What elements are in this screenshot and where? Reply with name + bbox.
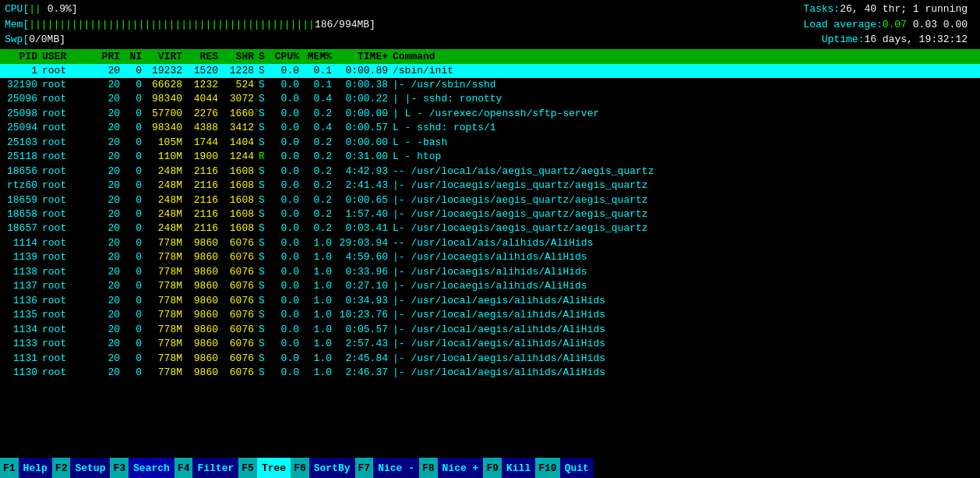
- cell-pri: 20: [97, 150, 125, 164]
- mem-label: Mem[: [5, 19, 29, 30]
- cell-pid: 1134: [5, 323, 42, 337]
- table-row[interactable]: 1138root200778M98606076S0.01.00:33.96|- …: [0, 265, 980, 279]
- cell-res: 9860: [187, 323, 223, 337]
- cell-virt: 778M: [146, 352, 187, 366]
- f7-label[interactable]: Nice -: [373, 458, 419, 478]
- f10-key[interactable]: F10: [535, 458, 559, 478]
- f10-label[interactable]: Quit: [560, 458, 594, 478]
- f9-key[interactable]: F9: [483, 458, 502, 478]
- header-section: CPU[|| 0.9%] Tasks:26, 40 thr; 1 running…: [0, 0, 980, 49]
- cell-cpu: 0.0: [271, 236, 304, 250]
- cell-s: S: [259, 250, 271, 264]
- f5-label[interactable]: Tree: [257, 458, 291, 478]
- table-row[interactable]: 1131root200778M98606076S0.01.02:45.84|- …: [0, 352, 980, 366]
- table-row[interactable]: 18656root200248M21161608S0.00.24:42.93--…: [0, 165, 980, 179]
- f2-label[interactable]: Setup: [70, 458, 110, 478]
- cpu-label: CPU[: [5, 3, 29, 15]
- table-row[interactable]: 1133root200778M98606076S0.01.02:57.43|- …: [0, 337, 980, 351]
- cell-user: root: [42, 92, 97, 106]
- table-row[interactable]: 32190root200666281232524S0.00.10:00.38|-…: [0, 78, 980, 92]
- col-ni-header: NI: [125, 51, 146, 62]
- table-row[interactable]: 1135root200778M98606076S0.01.010:23.76|-…: [0, 308, 980, 322]
- f8-key[interactable]: F8: [419, 458, 438, 478]
- table-row[interactable]: 25098root2005770022761660S0.00.20:00.00|…: [0, 107, 980, 121]
- table-row[interactable]: 25096root2009834040443072S0.00.40:00.22|…: [0, 92, 980, 106]
- f4-key[interactable]: F4: [174, 458, 193, 478]
- cell-ni: 0: [125, 337, 146, 351]
- cell-ni: 0: [125, 179, 146, 193]
- cell-cpu: 0.0: [271, 78, 304, 92]
- cell-cpu: 0.0: [271, 207, 304, 221]
- cell-time: 0:00.65: [337, 193, 393, 207]
- table-row[interactable]: 18657root200248M21161608S0.00.20:03.41L-…: [0, 221, 980, 235]
- cell-pid: 1139: [5, 250, 42, 264]
- table-row[interactable]: 1114root200778M98606076S0.01.029:03.94--…: [0, 236, 980, 250]
- f6-key[interactable]: F6: [291, 458, 309, 478]
- table-row[interactable]: 1130root200778M98606076S0.01.02:46.37|- …: [0, 366, 980, 380]
- cell-cpu: 0.0: [271, 250, 304, 264]
- col-s-header: S: [259, 51, 271, 62]
- table-row[interactable]: 25094root2009834043883412S0.00.40:00.57L…: [0, 121, 980, 135]
- table-row[interactable]: 18659root200248M21161608S0.00.20:00.65|-…: [0, 193, 980, 207]
- cell-time: 0:00.00: [337, 107, 393, 121]
- cell-virt: 778M: [146, 366, 187, 380]
- f4-label[interactable]: Filter: [192, 458, 238, 478]
- cell-pri: 20: [97, 294, 125, 308]
- cell-mem: 1.0: [304, 366, 337, 380]
- cell-time: 2:46.37: [337, 366, 393, 380]
- cell-ni: 0: [125, 352, 146, 366]
- table-row[interactable]: 1root2001923215201228S0.00.10:00.89/sbin…: [0, 64, 980, 78]
- f6-label[interactable]: SortBy: [309, 458, 355, 478]
- cell-s: S: [259, 265, 271, 279]
- cell-user: root: [42, 308, 97, 322]
- cell-cmd: L- /usr/locaegis/aegis_quartz/aegis_quar…: [393, 221, 975, 235]
- cell-mem: 0.4: [304, 121, 337, 135]
- cell-pid: 25103: [5, 136, 42, 150]
- cell-shr: 6076: [223, 294, 259, 308]
- f3-label[interactable]: Search: [129, 458, 174, 478]
- cell-ni: 0: [125, 165, 146, 179]
- table-row[interactable]: 25103root200105M17441404S0.00.20:00.00 L…: [0, 136, 980, 150]
- column-header: PID USER PRI NI VIRT RES SHR S CPU% MEM%…: [0, 49, 980, 64]
- cell-virt: 98340: [146, 121, 187, 135]
- cell-res: 1744: [187, 136, 223, 150]
- cell-mem: 0.2: [304, 107, 337, 121]
- cell-pid: 18656: [5, 165, 42, 179]
- cell-cpu: 0.0: [271, 136, 304, 150]
- cell-cpu: 0.0: [271, 165, 304, 179]
- cell-shr: 1244: [223, 150, 259, 164]
- cell-pri: 20: [97, 250, 125, 264]
- cell-virt: 248M: [146, 193, 187, 207]
- table-row[interactable]: rtz60root200248M21161608S0.00.22:41.43|-…: [0, 179, 980, 193]
- cell-pid: 1133: [5, 337, 42, 351]
- cell-ni: 0: [125, 221, 146, 235]
- cell-user: root: [42, 221, 97, 235]
- table-row[interactable]: 1136root200778M98606076S0.01.00:34.93|- …: [0, 294, 980, 308]
- f2-key[interactable]: F2: [52, 458, 71, 478]
- f7-key[interactable]: F7: [355, 458, 374, 478]
- f5-key[interactable]: F5: [238, 458, 257, 478]
- f1-label[interactable]: Help: [19, 458, 52, 478]
- cell-res: 9860: [187, 366, 223, 380]
- cell-cmd: L - sshd: ropts/1: [393, 121, 975, 135]
- table-row[interactable]: 1137root200778M98606076S0.01.00:27.10|- …: [0, 279, 980, 293]
- swp-usage: 0/0MB]: [29, 34, 65, 45]
- table-row[interactable]: 18658root200248M21161608S0.00.21:57.40|-…: [0, 207, 980, 221]
- cell-user: root: [42, 323, 97, 337]
- f9-label[interactable]: Kill: [502, 458, 535, 478]
- cell-pri: 20: [97, 207, 125, 221]
- f3-key[interactable]: F3: [110, 458, 129, 478]
- cell-ni: 0: [125, 121, 146, 135]
- cell-user: root: [42, 207, 97, 221]
- cell-shr: 1608: [223, 165, 259, 179]
- cell-pri: 20: [97, 136, 125, 150]
- f1-key[interactable]: F1: [0, 458, 19, 478]
- cell-time: 0:03.41: [337, 221, 393, 235]
- cell-user: root: [42, 107, 97, 121]
- cell-time: 2:45.84: [337, 352, 393, 366]
- f8-label[interactable]: Nice +: [438, 458, 484, 478]
- table-row[interactable]: 1139root200778M98606076S0.01.04:59.60|- …: [0, 250, 980, 264]
- table-row[interactable]: 1134root200778M98606076S0.01.00:05.57|- …: [0, 323, 980, 337]
- table-row[interactable]: 25118root200110M19001244R0.00.20:31.00 L…: [0, 150, 980, 164]
- cell-cpu: 0.0: [271, 323, 304, 337]
